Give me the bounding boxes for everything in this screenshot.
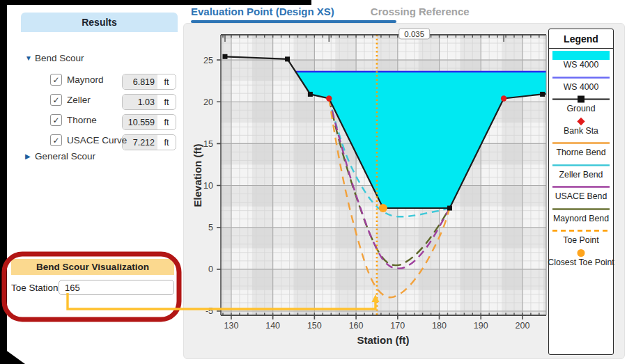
- value-box-zeller: 1.03ft: [122, 94, 176, 110]
- legend-item-ws-4000: WS 4000: [549, 49, 613, 71]
- result-row-zeller: ✓Zeller: [50, 94, 91, 106]
- legend-label: Zeller Bend: [559, 171, 603, 180]
- checkbox-thorne[interactable]: ✓: [50, 114, 62, 126]
- result-row-thorne: ✓Thorne: [50, 114, 97, 126]
- results-tree: ▼Bend Scour6.819ft✓Maynord1.03ft✓Zeller1…: [21, 32, 178, 255]
- result-row-usace-curve: ✓USACE Curve: [50, 134, 127, 146]
- chart-legend: Legend WS 4000WS 4000GroundBank StaThorn…: [548, 29, 614, 355]
- legend-item-maynord-bend: Maynord Bend: [549, 203, 613, 225]
- legend-label: WS 4000: [564, 61, 599, 70]
- result-value: 6.819: [123, 74, 157, 89]
- result-label: Maynord: [67, 74, 104, 85]
- legend-items: WS 4000WS 4000GroundBank StaThorne BendZ…: [549, 49, 613, 268]
- legend-label: USACE Bend: [555, 192, 607, 201]
- group-row-bend-scour[interactable]: ▼Bend Scour: [25, 53, 84, 63]
- legend-title: Legend: [549, 29, 613, 48]
- checkbox-maynord[interactable]: ✓: [50, 74, 62, 86]
- legend-label: Maynord Bend: [553, 214, 609, 223]
- legend-label: Closest Toe Point: [548, 258, 614, 267]
- group-label: Bend Scour: [35, 53, 84, 63]
- result-unit: ft: [157, 97, 176, 107]
- result-row-maynord: ✓Maynord: [50, 74, 104, 86]
- line-swatch-icon: [552, 182, 610, 192]
- group-row-general-scour[interactable]: ▶General Scour: [25, 151, 95, 161]
- legend-item-ground: Ground: [549, 93, 613, 115]
- legend-item-usace-bend: USACE Bend: [549, 180, 613, 203]
- line-swatch-icon: [552, 72, 610, 83]
- dot-swatch-icon: [552, 248, 610, 258]
- line-swatch-icon: [552, 204, 610, 214]
- legend-item-bank-sta: Bank Sta: [549, 115, 613, 137]
- toe-station-label: Toe Station: [11, 283, 59, 293]
- checkbox-usace-curve[interactable]: ✓: [50, 134, 62, 146]
- dash-swatch-icon: [552, 225, 610, 236]
- result-value: 10.559: [123, 115, 157, 129]
- legend-label: Bank Sta: [564, 127, 598, 136]
- legend-item-zeller-bend: Zeller Bend: [549, 159, 613, 181]
- value-box-thorne: 10.559ft: [122, 114, 176, 130]
- value-box-maynord: 6.819ft: [122, 74, 176, 90]
- legend-label: Ground: [566, 104, 595, 113]
- results-panel-title: Results: [21, 13, 178, 32]
- result-label: Zeller: [67, 95, 91, 105]
- toe-station-input[interactable]: [59, 280, 174, 295]
- result-unit: ft: [157, 77, 176, 87]
- active-tab-underline: [191, 20, 396, 23]
- result-label: Thorne: [67, 115, 97, 125]
- results-panel: Results ▼Bend Scour6.819ft✓Maynord1.03ft…: [21, 13, 178, 255]
- diamond-swatch-icon: [552, 116, 610, 127]
- legend-item-ws-4000: WS 4000: [549, 71, 613, 93]
- bend-scour-visualization-panel: Bend Scour Visualization Toe Station: [11, 259, 174, 308]
- window-edge-top: [0, 0, 311, 5]
- value-box-usace-curve: 7.212ft: [122, 134, 176, 150]
- legend-label: Thorne Bend: [556, 148, 605, 157]
- checkbox-zeller[interactable]: ✓: [50, 94, 62, 106]
- result-value: 1.03: [123, 95, 157, 109]
- toe-station-row: Toe Station: [11, 280, 174, 295]
- result-label: USACE Curve: [67, 135, 127, 145]
- window-edge-corner: [0, 346, 25, 364]
- bend-scour-visualization-title: Bend Scour Visualization: [11, 259, 174, 275]
- line-square-swatch-icon: [552, 94, 610, 104]
- collapse-triangle-icon[interactable]: ▼: [25, 54, 35, 62]
- legend-label: WS 4000: [564, 83, 599, 92]
- fill-swatch-icon: [552, 50, 610, 61]
- window-edge-left: [0, 0, 7, 364]
- legend-label: Toe Point: [563, 236, 598, 245]
- result-unit: ft: [157, 118, 176, 127]
- line-swatch-icon: [552, 138, 610, 148]
- legend-item-toe-point: Toe Point: [549, 224, 613, 246]
- result-unit: ft: [157, 138, 176, 148]
- result-value: 7.212: [123, 135, 157, 150]
- group-label: General Scour: [35, 151, 95, 161]
- legend-item-closest-toe-point: Closest Toe Point: [549, 246, 613, 269]
- expand-triangle-icon[interactable]: ▶: [25, 152, 35, 160]
- line-swatch-icon: [552, 160, 610, 171]
- legend-item-thorne-bend: Thorne Bend: [549, 136, 613, 159]
